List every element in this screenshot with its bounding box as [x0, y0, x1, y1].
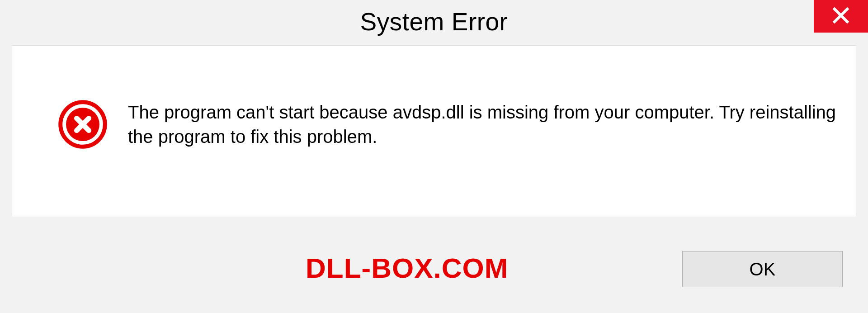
ok-button[interactable]: OK [682, 251, 843, 287]
dialog-content: The program can't start because avdsp.dl… [12, 45, 856, 217]
dialog-message: The program can't start because avdsp.dl… [128, 100, 856, 149]
close-button[interactable] [814, 0, 868, 33]
ok-button-label: OK [750, 259, 776, 280]
dialog-footer: DLL-BOX.COM OK [12, 217, 856, 299]
dialog-titlebar: System Error [0, 0, 868, 43]
watermark-text: DLL-BOX.COM [306, 252, 508, 284]
close-icon [831, 6, 850, 27]
dialog-title: System Error [360, 7, 508, 36]
error-icon [57, 99, 108, 150]
